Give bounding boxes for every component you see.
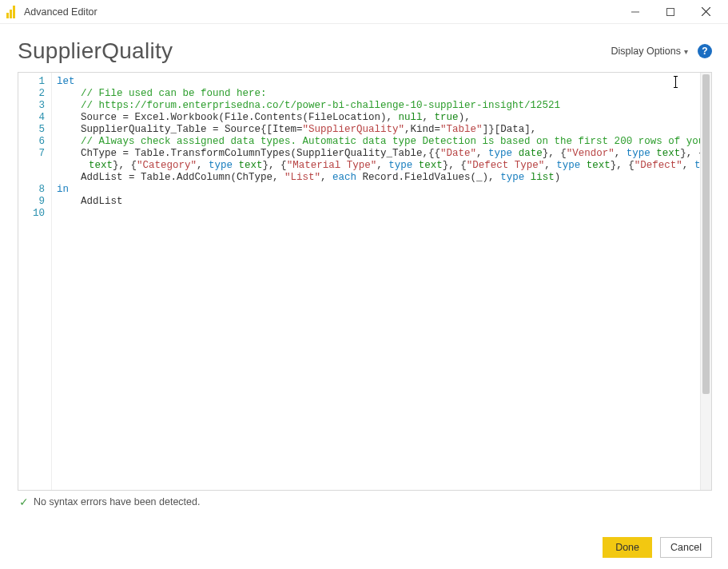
powerbi-icon: [6, 6, 18, 18]
code-area[interactable]: let // File used can be found here: // h…: [52, 73, 700, 490]
chevron-down-icon: ▾: [684, 47, 688, 56]
footer: Done Cancel: [603, 537, 712, 558]
status-bar: ✓ No syntax errors have been detected.: [0, 491, 728, 508]
display-options-dropdown[interactable]: Display Options ▾: [611, 46, 688, 57]
check-icon: ✓: [19, 495, 29, 508]
scrollbar-thumb[interactable]: [702, 74, 710, 394]
display-options-label: Display Options: [611, 46, 681, 57]
header: SupplierQuality Display Options ▾ ?: [0, 24, 728, 72]
svg-rect-2: [13, 6, 15, 18]
svg-rect-1: [10, 10, 12, 18]
code-editor[interactable]: 1 2 3 4 5 6 7 8 9 10 let // File used ca…: [18, 72, 712, 491]
minimize-button[interactable]: [618, 1, 653, 23]
title-bar: Advanced Editor: [0, 0, 728, 24]
svg-rect-4: [667, 8, 674, 15]
text-cursor-icon: [675, 76, 676, 88]
done-button[interactable]: Done: [603, 537, 652, 558]
vertical-scrollbar[interactable]: [700, 73, 711, 490]
line-number-gutter: 1 2 3 4 5 6 7 8 9 10: [18, 73, 52, 490]
window-title: Advanced Editor: [24, 6, 97, 18]
status-message: No syntax errors have been detected.: [34, 496, 200, 507]
window-controls: [618, 1, 723, 23]
help-icon[interactable]: ?: [698, 44, 712, 58]
maximize-button[interactable]: [653, 1, 688, 23]
close-button[interactable]: [688, 1, 723, 23]
cancel-button[interactable]: Cancel: [660, 537, 712, 558]
query-name: SupplierQuality: [18, 38, 173, 64]
svg-rect-0: [6, 13, 9, 18]
